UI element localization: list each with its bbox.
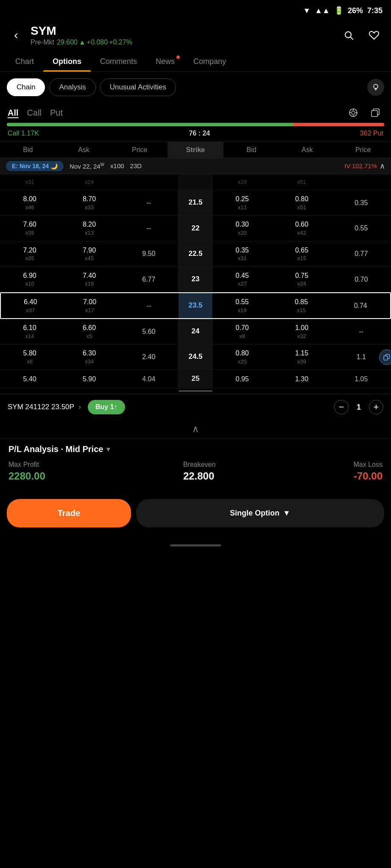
- collapse-button[interactable]: ∧: [0, 420, 391, 438]
- filter-all[interactable]: All: [8, 105, 27, 121]
- pre-mkt-label: Pre-Mkt: [31, 39, 54, 46]
- svg-line-1: [351, 37, 353, 40]
- back-button[interactable]: ‹: [8, 28, 24, 43]
- quantity-controls: − 1 +: [334, 400, 383, 414]
- max-loss-value: -70.00: [354, 470, 383, 482]
- call-ask-header: Ask: [56, 142, 112, 158]
- call-info: Call 1.17K: [8, 130, 39, 137]
- selected-option-label[interactable]: SYM 241122 23.50P ›: [8, 403, 81, 411]
- qty-plus-button[interactable]: +: [369, 400, 383, 414]
- single-option-button[interactable]: Single Option ▼: [136, 499, 384, 527]
- tab-news[interactable]: News: [146, 52, 184, 71]
- put-info: 362 Put: [360, 130, 383, 137]
- table-row[interactable]: 5.40 5.90 4.04 25 0.95 1.30 1.05: [0, 370, 391, 388]
- table-row[interactable]: 5.80x6 6.30x34 2.40 24.5 0.80x25 1.15x39…: [0, 344, 391, 370]
- chain-button[interactable]: Chain: [7, 78, 45, 96]
- expiry-days: 23D: [130, 162, 142, 169]
- pl-metrics: Max Profit 2280.00 Breakeven 22.800 Max …: [8, 461, 383, 482]
- filter-call[interactable]: Call: [27, 105, 50, 121]
- table-row[interactable]: 6.10x14 6.60x5 5.60 24 0.70x8 1.00x32 --: [0, 319, 391, 344]
- watchlist-button[interactable]: [366, 27, 383, 44]
- trade-button[interactable]: Trade: [7, 499, 131, 527]
- table-row[interactable]: 8.00x46 8.70x33 -- 21.5 0.25x11 0.80x51 …: [0, 190, 391, 216]
- wifi-icon: ▼: [303, 6, 310, 15]
- copy-layout-button[interactable]: [367, 105, 383, 121]
- time: 7:35: [367, 6, 383, 15]
- call-bid-header: Bid: [0, 142, 56, 158]
- table-row[interactable]: x31 x24 x10 x51: [0, 174, 391, 191]
- tab-chart[interactable]: Chart: [6, 52, 43, 71]
- table-row[interactable]: 7.60x39 8.20x13 -- 22 0.30x20 0.60x42 0.…: [0, 216, 391, 241]
- selected-option-bar: SYM 241122 23.50P › Buy 1↑ − 1 +: [0, 394, 391, 420]
- pl-analysis-title: P/L Analysis · Mid Price ▾: [8, 444, 383, 454]
- qty-minus-button[interactable]: −: [334, 400, 349, 414]
- expiry-iv: IV:102.71% ∧: [344, 161, 385, 171]
- call-progress-fill: [7, 123, 293, 126]
- scroll-indicator: [0, 388, 391, 394]
- sub-navigation: Chain Analysis Unusual Activities: [0, 72, 391, 103]
- expiry-date: Nov 22, 24W: [70, 162, 104, 170]
- table-row[interactable]: 6.90x10 7.40x19 6.77 23 0.45x27 0.75x24 …: [0, 267, 391, 292]
- svg-rect-10: [384, 356, 388, 360]
- back-icon: ‹: [14, 28, 18, 42]
- max-loss-label: Max Loss: [354, 461, 383, 469]
- put-ask-header: Ask: [279, 142, 335, 158]
- selected-option-arrow: ›: [78, 403, 81, 411]
- expiry-badge[interactable]: E: Nov 18, 24 🌙: [6, 161, 64, 171]
- ratio-display: 76 : 24: [189, 130, 210, 137]
- lightbulb-button[interactable]: [367, 79, 384, 96]
- buy-button[interactable]: Buy 1↑: [88, 400, 125, 414]
- expiry-row: E: Nov 18, 24 🌙 Nov 22, 24W x100 23D IV:…: [0, 158, 391, 174]
- max-loss-metric: Max Loss -70.00: [354, 461, 383, 482]
- call-put-counts: Call 1.17K 76 : 24 362 Put: [0, 128, 391, 141]
- options-table: x31 x24 x10 x51 8.00x46 8.70x33 -- 21.5 …: [0, 174, 391, 388]
- filter-settings-button[interactable]: [345, 105, 361, 121]
- single-option-arrow-icon: ▼: [283, 509, 290, 518]
- tab-comments[interactable]: Comments: [91, 52, 146, 71]
- ticker-symbol: SYM: [31, 25, 333, 38]
- put-bid-header: Bid: [223, 142, 279, 158]
- tab-navigation: Chart Options Comments News Company: [0, 52, 391, 72]
- put-price-header: Price: [335, 142, 391, 158]
- news-notification-dot: [176, 55, 180, 59]
- pre-mkt-price: 29.600 ▲ +0.080 +0.27%: [57, 39, 132, 46]
- max-profit-label: Max Profit: [8, 461, 45, 469]
- svg-rect-9: [371, 111, 377, 116]
- max-profit-value: 2280.00: [8, 470, 45, 482]
- battery-pct: 26%: [348, 6, 363, 15]
- filter-row: All Call Put: [0, 103, 391, 123]
- table-row-highlighted[interactable]: 6.40x37 7.00x17 -- 23.5 0.55x19 0.85x15 …: [0, 292, 391, 319]
- status-bar: ▼ ▲▲ 🔋 26% 7:35: [0, 0, 391, 21]
- analysis-button[interactable]: Analysis: [49, 78, 95, 96]
- filter-actions: [345, 105, 383, 121]
- pl-dropdown-arrow[interactable]: ▾: [106, 445, 110, 453]
- call-put-progress: [0, 123, 391, 126]
- pl-analysis-section: P/L Analysis · Mid Price ▾ Max Profit 22…: [0, 438, 391, 495]
- svg-point-2: [374, 84, 378, 89]
- chevron-up-icon: ∧: [380, 161, 385, 171]
- breakeven-label: Breakeven: [183, 461, 216, 469]
- home-bar: [170, 544, 221, 546]
- column-headers: Bid Ask Price Strike Bid Ask Price: [0, 141, 391, 158]
- qty-value: 1: [354, 403, 364, 412]
- battery-icon: 🔋: [334, 6, 344, 15]
- up-arrow-icon: ▲: [79, 39, 86, 46]
- unusual-activities-button[interactable]: Unusual Activities: [100, 78, 176, 96]
- tab-options[interactable]: Options: [43, 52, 91, 71]
- copy-circle-icon[interactable]: [379, 349, 391, 365]
- call-price-header: Price: [112, 142, 168, 158]
- bottom-buttons: Trade Single Option ▼: [0, 495, 391, 540]
- header: ‹ SYM Pre-Mkt 29.600 ▲ +0.080 +0.27%: [0, 21, 391, 52]
- filter-put[interactable]: Put: [50, 105, 71, 121]
- chevron-up-icon: ∧: [192, 424, 199, 435]
- search-button[interactable]: [340, 27, 357, 44]
- strike-header: Strike: [168, 142, 223, 158]
- signal-icon: ▲▲: [315, 6, 330, 15]
- max-profit-metric: Max Profit 2280.00: [8, 461, 45, 482]
- table-row[interactable]: 7.20x35 7.90x45 9.50 22.5 0.35x31 0.65x1…: [0, 241, 391, 267]
- tab-company[interactable]: Company: [184, 52, 235, 71]
- expiry-multiplier: x100: [110, 162, 124, 169]
- header-actions: [340, 27, 383, 44]
- svg-point-3: [352, 111, 355, 114]
- header-title: SYM Pre-Mkt 29.600 ▲ +0.080 +0.27%: [31, 25, 333, 46]
